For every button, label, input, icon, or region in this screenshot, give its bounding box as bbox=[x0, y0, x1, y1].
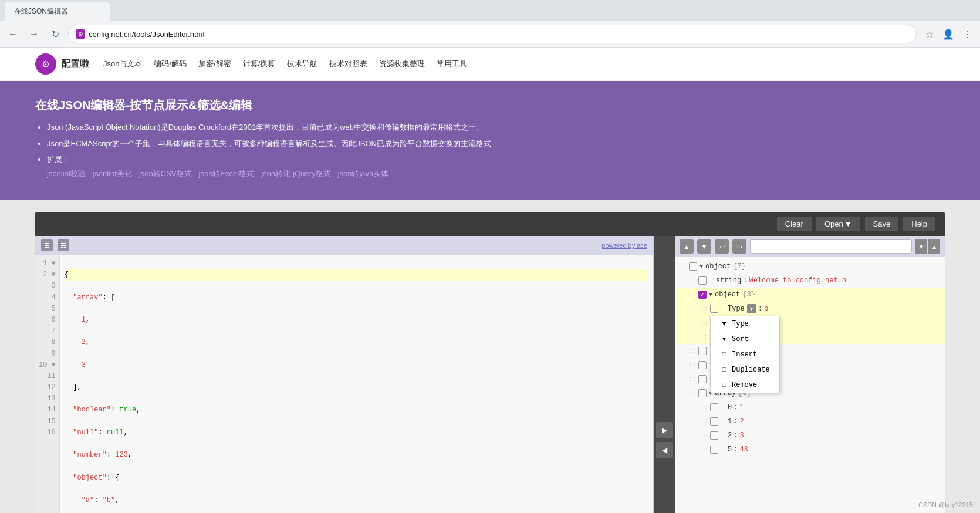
checkbox-array[interactable] bbox=[698, 389, 707, 397]
checkbox-arr5[interactable] bbox=[710, 446, 718, 454]
nav-item-encrypt[interactable]: 加密/解密 bbox=[198, 59, 231, 69]
checkbox-null[interactable] bbox=[698, 361, 707, 369]
nav-item-tools[interactable]: 常用工具 bbox=[437, 59, 467, 69]
checkbox-arr2[interactable] bbox=[710, 431, 718, 440]
node-type-root: object bbox=[705, 262, 731, 271]
nav-item-resources[interactable]: 资源收集整理 bbox=[379, 59, 425, 69]
line-num-5: 5 bbox=[39, 303, 56, 315]
checkbox-boolean[interactable] bbox=[698, 375, 707, 383]
expand-object[interactable]: ▼ bbox=[709, 292, 712, 298]
checkbox-string[interactable] bbox=[698, 276, 707, 285]
nav-link-resources[interactable]: 资源收集整理 bbox=[379, 59, 425, 68]
type-menu-button[interactable]: ▼ bbox=[747, 304, 756, 313]
code-line-3: 1, bbox=[65, 315, 648, 326]
drag-handle-number: :: bbox=[689, 348, 696, 355]
powered-by-link[interactable]: powered by ace bbox=[601, 242, 647, 249]
nav-item-json[interactable]: Json与文本 bbox=[103, 59, 142, 69]
checkbox-type[interactable] bbox=[710, 305, 718, 313]
extend-link-4[interactable]: json转化-jQuery格式 bbox=[261, 168, 330, 180]
panel-arrows: ▶ ◀ bbox=[654, 236, 675, 513]
node-value-type: b bbox=[764, 305, 768, 313]
menu-item-duplicate[interactable]: □ Duplicate bbox=[711, 362, 779, 377]
node-key-string: string bbox=[716, 276, 741, 285]
checkbox-root[interactable] bbox=[689, 262, 697, 271]
nav-item-encode[interactable]: 编码/解码 bbox=[154, 59, 187, 69]
nav-link-calc[interactable]: 计算/换算 bbox=[243, 59, 276, 68]
arrow-right-button[interactable]: ▶ bbox=[656, 422, 673, 438]
tree-collapse-all-button[interactable]: ▼ bbox=[697, 239, 711, 254]
sort-icon[interactable]: ☴ bbox=[58, 239, 69, 251]
browser-tabs: 在线JSON编辑器 bbox=[0, 0, 980, 21]
hero-list: Json (JavaScript Object Notation)是Dougla… bbox=[35, 122, 945, 179]
menu-item-remove[interactable]: □ Remove bbox=[711, 377, 779, 393]
nav-item-calc[interactable]: 计算/换算 bbox=[243, 59, 276, 69]
tree-search-input[interactable] bbox=[750, 239, 912, 254]
node-colon-arr0: : bbox=[734, 403, 738, 411]
save-button[interactable]: Save bbox=[865, 217, 899, 231]
drag-handle-array: :: bbox=[689, 390, 696, 397]
node-count-root: {7} bbox=[733, 262, 746, 271]
nav-link-tech[interactable]: 技术导航 bbox=[287, 59, 317, 68]
menu-icon[interactable]: ⋮ bbox=[959, 26, 975, 42]
nav-link-table[interactable]: 技术对照表 bbox=[329, 59, 367, 68]
extend-link-0[interactable]: jsonlint校验 bbox=[47, 168, 86, 180]
node-value-arr1: 2 bbox=[739, 417, 744, 426]
menu-label-type: Type bbox=[732, 320, 749, 328]
back-button[interactable]: ← bbox=[5, 26, 21, 42]
nav-link-tools[interactable]: 常用工具 bbox=[437, 59, 467, 68]
profile-icon[interactable]: 👤 bbox=[940, 26, 957, 42]
expand-root[interactable]: ▼ bbox=[699, 264, 703, 270]
node-value-arr5: 43 bbox=[739, 446, 748, 454]
active-tab[interactable]: 在线JSON编辑器 bbox=[5, 2, 110, 21]
extend-link-3[interactable]: json转Excel格式 bbox=[199, 168, 255, 180]
line-num-8: 8 bbox=[39, 337, 56, 348]
logo-text: 配置啦 bbox=[61, 58, 89, 70]
nav-item-tech[interactable]: 技术导航 bbox=[287, 59, 317, 69]
forward-button[interactable]: → bbox=[26, 26, 42, 42]
browser-chrome: 在线JSON编辑器 ← → ↻ ⚙ config.net.cn/tools/Js… bbox=[0, 0, 980, 48]
open-button[interactable]: Open ▼ bbox=[816, 217, 860, 231]
tree-redo-button[interactable]: ↪ bbox=[732, 239, 746, 254]
site-logo[interactable]: ⚙ 配置啦 bbox=[35, 53, 89, 75]
json-tree-content[interactable]: :: ▼ object {7} :: string : Welcome to c… bbox=[675, 257, 945, 513]
address-bar[interactable]: ⚙ config.net.cn/tools/JsonEditor.html bbox=[68, 25, 917, 43]
help-button[interactable]: Help bbox=[903, 217, 935, 231]
menu-item-type[interactable]: ▼ Type bbox=[711, 316, 779, 332]
bookmark-icon[interactable]: ☆ bbox=[921, 26, 938, 42]
extend-link-2[interactable]: json转CSV格式 bbox=[139, 168, 192, 180]
clear-button[interactable]: Clear bbox=[777, 217, 812, 231]
format-icon[interactable]: ☰ bbox=[41, 239, 53, 251]
nav-item-table[interactable]: 技术对照表 bbox=[329, 59, 367, 69]
browser-toolbar-icons: ☆ 👤 ⋮ bbox=[921, 26, 975, 42]
code-line-10: "object": { bbox=[65, 473, 648, 484]
tree-node-root: :: ▼ object {7} bbox=[675, 259, 945, 274]
nav-link-encrypt[interactable]: 加密/解密 bbox=[198, 59, 231, 68]
extend-link-1[interactable]: jsonlint美化 bbox=[93, 168, 131, 180]
checkbox-arr0[interactable] bbox=[710, 403, 718, 411]
nav-link-encode[interactable]: 编码/解码 bbox=[154, 59, 187, 68]
node-colon-arr1: : bbox=[734, 417, 738, 426]
checkbox-object[interactable] bbox=[698, 291, 707, 299]
drag-handle-root: :: bbox=[680, 264, 687, 270]
tree-expand-all-button[interactable]: ▲ bbox=[680, 239, 694, 254]
extend-link-5[interactable]: json转java实体 bbox=[338, 168, 389, 180]
main-content: Clear Open ▼ Save Help ☰ ☴ powered by ac… bbox=[0, 200, 980, 513]
tree-node-type: :: Type ▼ : b ▼ Type bbox=[675, 302, 945, 316]
tree-node-arr5: :: 5 : 43 bbox=[675, 443, 945, 457]
line-num-6: 6 bbox=[39, 315, 56, 326]
menu-item-sort[interactable]: ▼ Sort bbox=[711, 332, 779, 347]
search-next-button[interactable]: ▲ bbox=[928, 239, 940, 254]
node-key-arr1: 1 bbox=[728, 417, 732, 426]
line-num-15: 15 bbox=[39, 416, 56, 427]
tree-undo-button[interactable]: ↩ bbox=[715, 239, 729, 254]
code-content[interactable]: { "array": [ 1, 2, 3 ], "boolean": true,… bbox=[60, 255, 653, 513]
node-count-object: {3} bbox=[742, 291, 755, 299]
menu-item-insert[interactable]: □ Insert bbox=[711, 347, 779, 362]
drag-handle-arr0: :: bbox=[701, 404, 708, 411]
arrow-left-button[interactable]: ◀ bbox=[656, 442, 673, 458]
checkbox-number[interactable] bbox=[698, 347, 707, 355]
checkbox-arr1[interactable] bbox=[710, 417, 718, 426]
refresh-button[interactable]: ↻ bbox=[47, 26, 63, 42]
search-prev-button[interactable]: ▼ bbox=[915, 239, 927, 254]
nav-link-json[interactable]: Json与文本 bbox=[103, 59, 142, 68]
